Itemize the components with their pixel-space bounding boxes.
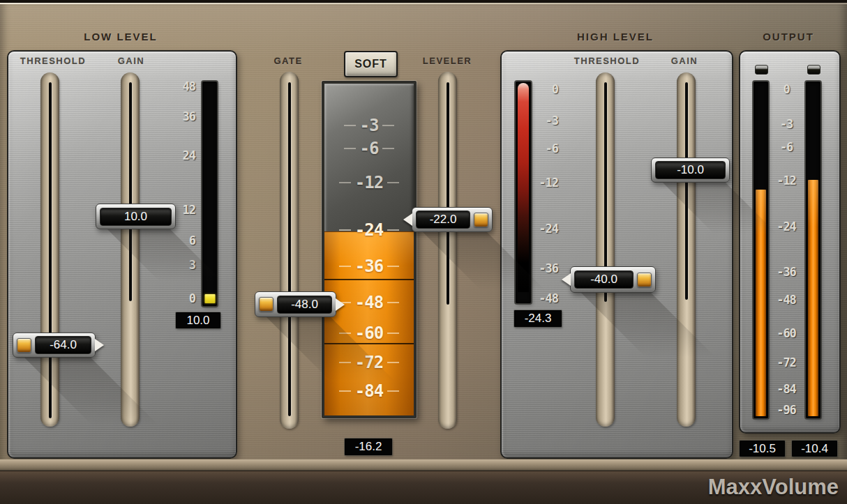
soft-button[interactable]: SOFT: [344, 51, 398, 77]
gate-led-button[interactable]: [259, 297, 273, 312]
output-clip-led-left[interactable]: [755, 65, 768, 75]
output-meter-left-bar: [756, 190, 766, 416]
output-meter-right: [806, 82, 820, 418]
low-threshold-label: THRESHOLD: [13, 56, 93, 66]
energy-meter-readout[interactable]: -16.2: [345, 438, 392, 455]
leveler-value[interactable]: -22.0: [416, 211, 470, 229]
leveler-handle[interactable]: -22.0: [412, 207, 493, 232]
high-gain-fader[interactable]: [677, 72, 696, 427]
gate-label: GATE: [262, 56, 315, 66]
gate-handle[interactable]: -48.0: [255, 291, 336, 317]
energy-meter-threshold-line-lower: [324, 343, 414, 344]
output-meter-left: [754, 82, 768, 418]
leveler-arrow-icon: [403, 213, 412, 226]
output-readout-left[interactable]: -10.5: [740, 441, 785, 457]
low-gain-meter-readout[interactable]: 10.0: [176, 312, 220, 328]
high-gain-fader-slot: [685, 82, 688, 300]
high-level-meter-bar: [518, 83, 529, 292]
maxxvolume-plugin-window: LOW LEVEL HIGH LEVEL OUTPUT THRESHOLD GA…: [0, 0, 847, 504]
high-level-panel: [500, 50, 733, 459]
bottom-bevel-strip: [0, 459, 847, 471]
high-threshold-value[interactable]: -40.0: [574, 270, 634, 289]
low-gain-value[interactable]: 10.0: [100, 208, 172, 226]
leveler-fader-slot: [447, 82, 449, 305]
leveler-led-button[interactable]: [474, 213, 488, 227]
low-threshold-arrow-icon: [95, 339, 104, 351]
energy-meter: [322, 81, 417, 418]
high-gain-value[interactable]: -10.0: [655, 161, 726, 179]
high-threshold-fader[interactable]: [596, 72, 615, 427]
low-threshold-fader-slot: [49, 82, 52, 418]
leveler-label: LEVELER: [416, 56, 479, 66]
gate-fader[interactable]: [280, 72, 299, 429]
low-gain-meter: [202, 82, 217, 306]
low-threshold-fader[interactable]: [40, 72, 59, 427]
gate-fader-slot: [288, 82, 291, 416]
high-threshold-arrow-icon: [562, 273, 571, 286]
low-level-title: LOW LEVEL: [7, 31, 234, 43]
gate-value[interactable]: -48.0: [277, 296, 332, 314]
high-level-meter: [516, 82, 531, 303]
low-gain-meter-led: [204, 294, 215, 303]
leveler-fader[interactable]: [438, 72, 457, 429]
window-top-highlight: [0, 3, 847, 4]
low-threshold-value[interactable]: -64.0: [35, 336, 91, 354]
low-threshold-led-button[interactable]: [17, 338, 31, 353]
output-meter-right-bar: [808, 180, 818, 416]
brand-logo: MaxxVolume: [708, 475, 839, 500]
energy-meter-threshold-line-upper: [324, 279, 414, 280]
energy-meter-face: [324, 84, 414, 415]
high-threshold-label: THRESHOLD: [567, 56, 647, 66]
gate-arrow-icon: [336, 298, 345, 311]
low-gain-handle[interactable]: 10.0: [96, 204, 176, 229]
output-readout-right[interactable]: -10.4: [792, 441, 837, 457]
low-threshold-handle[interactable]: -64.0: [13, 333, 96, 358]
energy-meter-orange-zone: [324, 231, 414, 415]
high-gain-handle[interactable]: -10.0: [651, 158, 730, 183]
low-gain-fader-slot: [129, 82, 132, 301]
high-threshold-led-button[interactable]: [637, 273, 652, 287]
low-gain-fader[interactable]: [121, 72, 140, 427]
high-level-meter-readout[interactable]: -24.3: [514, 310, 562, 327]
high-threshold-handle[interactable]: -40.0: [570, 266, 656, 293]
low-gain-label: GAIN: [105, 56, 158, 66]
output-title: OUTPUT: [739, 31, 838, 43]
output-clip-led-right[interactable]: [807, 65, 820, 75]
high-gain-label: GAIN: [658, 56, 711, 66]
high-level-title: HIGH LEVEL: [500, 31, 730, 43]
